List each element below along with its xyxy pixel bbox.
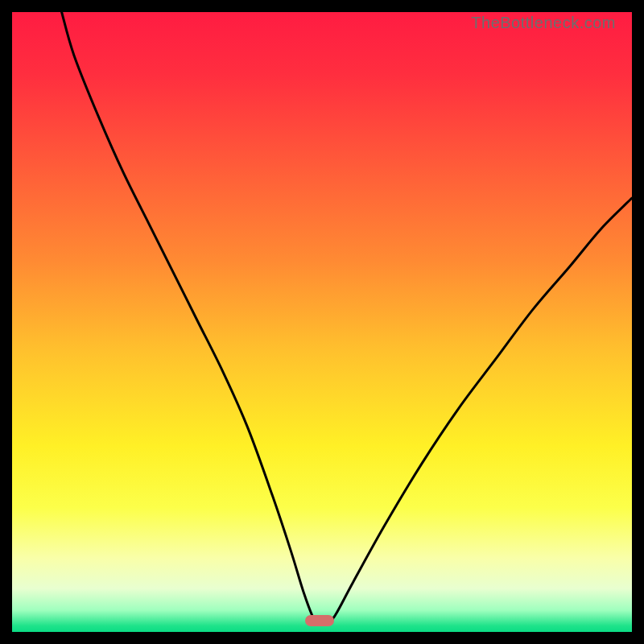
curve-path	[62, 12, 632, 625]
optimal-point-marker	[305, 615, 334, 626]
watermark-text: TheBottleneck.com	[471, 14, 616, 32]
bottleneck-curve	[12, 12, 632, 632]
plot-area: TheBottleneck.com	[12, 12, 632, 632]
chart-frame: TheBottleneck.com	[0, 0, 644, 644]
